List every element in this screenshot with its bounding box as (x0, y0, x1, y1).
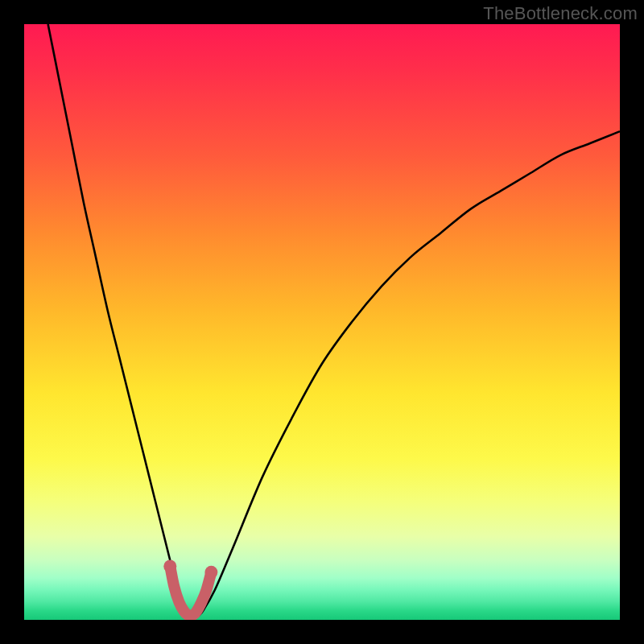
watermark-text: TheBottleneck.com (483, 3, 638, 24)
bottleneck-curve-line (48, 24, 620, 617)
chart-plot-area (24, 24, 620, 620)
optimal-range-endpoint (204, 566, 217, 579)
optimal-range-markers (163, 559, 217, 615)
optimal-range-endpoint (163, 559, 176, 572)
chart-svg (24, 24, 620, 620)
